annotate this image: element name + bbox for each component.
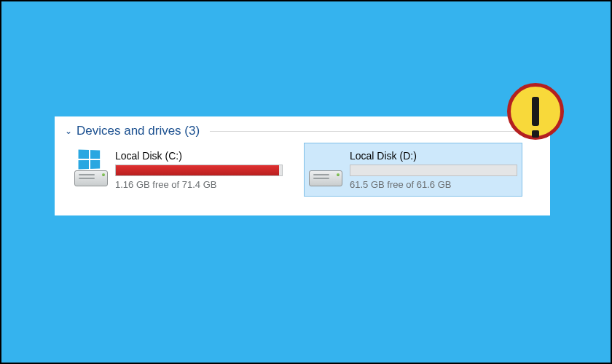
capacity-bar-fill (116, 165, 279, 175)
exclamation-icon (532, 97, 539, 126)
drive-free-text: 61.5 GB free of 61.6 GB (350, 179, 517, 190)
devices-panel: ⌄ Devices and drives (3) Local Disk (C:)… (55, 116, 550, 215)
warning-icon (507, 83, 564, 140)
section-title: Devices and drives (3) (76, 124, 200, 138)
section-header[interactable]: ⌄ Devices and drives (3) (65, 122, 540, 143)
capacity-bar (115, 165, 283, 176)
drive-info: Local Disk (D:) 61.5 GB free of 61.6 GB (350, 150, 517, 190)
chevron-down-icon: ⌄ (65, 126, 72, 136)
drives-row: Local Disk (C:) 1.16 GB free of 71.4 GB … (65, 143, 540, 197)
drive-icon-system (74, 153, 108, 186)
drive-label: Local Disk (D:) (350, 150, 517, 162)
disk-icon (309, 170, 342, 186)
disk-icon (74, 170, 108, 186)
drive-icon (309, 153, 342, 186)
drive-d[interactable]: Local Disk (D:) 61.5 GB free of 61.6 GB (304, 143, 522, 197)
drive-free-text: 1.16 GB free of 71.4 GB (115, 179, 283, 190)
section-divider (210, 131, 540, 132)
capacity-bar (350, 165, 517, 176)
windows-logo-icon (79, 149, 101, 169)
drive-c[interactable]: Local Disk (C:) 1.16 GB free of 71.4 GB (69, 143, 288, 197)
drive-info: Local Disk (C:) 1.16 GB free of 71.4 GB (115, 150, 283, 190)
drive-label: Local Disk (C:) (115, 150, 283, 162)
